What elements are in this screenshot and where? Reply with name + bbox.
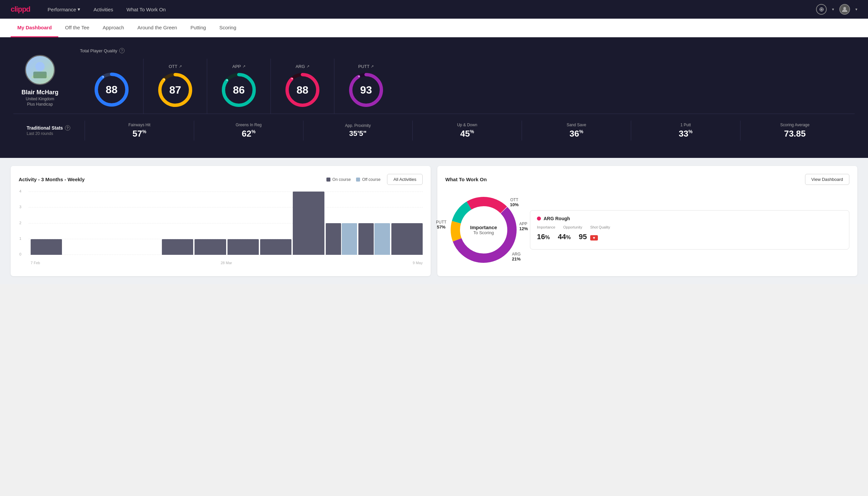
add-button[interactable]: ⊕ [816, 4, 827, 15]
bars-wrap [31, 191, 423, 255]
x-label-mar: 28 Mar [221, 261, 232, 265]
stat-scoring-avg: Scoring Average 73.85 [748, 123, 841, 139]
putt-arrow-icon: ↗ [371, 64, 374, 68]
bar-on-course-9 [326, 223, 341, 255]
shot-quality-value: 95 ▼ [579, 233, 598, 241]
bar-empty-on-3 [129, 254, 160, 255]
scores-section: Total Player Quality ? 88 [80, 48, 855, 113]
bar-empty-on-2 [96, 254, 128, 255]
bar-group-4 [162, 239, 193, 255]
stats-divider-2 [194, 121, 194, 141]
tab-around-the-green[interactable]: Around the Green [130, 19, 184, 37]
donut-total: 88 [93, 71, 130, 108]
arg-rough-dot [537, 217, 541, 220]
bar-on-course-7 [260, 239, 291, 255]
stats-help-icon[interactable]: ? [65, 125, 70, 130]
score-total-value: 88 [106, 83, 117, 96]
all-activities-button[interactable]: All Activities [387, 174, 423, 185]
svg-point-1 [35, 62, 45, 71]
bar-on-course-6 [227, 239, 259, 255]
score-card-app: APP ↗ 86 [207, 59, 271, 113]
tab-putting[interactable]: Putting [184, 19, 213, 37]
bar-group-0 [31, 239, 62, 255]
score-card-ott: OTT ↗ 87 [144, 59, 207, 113]
wtwo-panel-header: What To Work On View Dashboard [445, 174, 849, 185]
seg-app: APP 12% [519, 221, 528, 231]
stats-divider-7 [740, 121, 740, 141]
bar-on-course-0 [31, 239, 62, 255]
stats-divider-4 [412, 121, 413, 141]
bar-on-course-4 [162, 239, 193, 255]
on-course-dot [327, 177, 330, 182]
tab-approach[interactable]: Approach [96, 19, 130, 37]
score-card-putt: PUTT ↗ 93 [334, 59, 398, 113]
wtwo-title: What To Work On [445, 176, 487, 182]
top-navigation: clippd Performance ▾ Activities What To … [0, 0, 868, 19]
player-info: Blair McHarg United Kingdom Plus Handica… [13, 55, 67, 107]
stat-sand-save: Sand Save 36% [530, 123, 623, 139]
importance-value: 16% [537, 233, 550, 241]
arg-rough-info-card: ARG Rough Importance Opportunity Shot Qu… [530, 210, 849, 249]
score-arg-value: 88 [297, 84, 309, 96]
seg-putt: PUTT 57% [436, 220, 446, 230]
importance-value-col: 16% [537, 233, 550, 241]
legend-on-course: On course [327, 177, 351, 182]
bar-group-10 [358, 223, 390, 255]
tab-scoring[interactable]: Scoring [212, 19, 243, 37]
bar-on-course-8 [293, 191, 324, 255]
nav-right-actions: ⊕ ▾ ▾ [816, 4, 857, 15]
bar-group-9 [326, 223, 357, 255]
activity-panel-title: Activity - 3 Months - Weekly [19, 176, 84, 182]
nav-what-to-work-on[interactable]: What To Work On [125, 7, 167, 12]
stats-subtitle: Last 20 rounds [27, 131, 77, 136]
arg-arrow-icon: ↗ [306, 64, 310, 68]
info-card-values-row: 16% 44% 95 ▼ [537, 233, 842, 241]
importance-donut: Importance To Scoring OTT 10% APP 12% AR… [445, 191, 522, 268]
bar-off-course-10 [374, 223, 390, 255]
stats-bar: Traditional Stats ? Last 20 rounds Fairw… [13, 113, 855, 147]
nav-activities[interactable]: Activities [92, 7, 114, 12]
logo: clippd [11, 5, 30, 14]
x-label-may: 9 May [413, 261, 423, 265]
stat-fairways-hit: Fairways Hit 57% [93, 123, 186, 139]
quality-label: Total Player Quality ? [80, 48, 855, 53]
bar-off-course-9 [342, 223, 357, 255]
score-putt-value: 93 [360, 84, 372, 96]
donut-app: 86 [221, 72, 257, 108]
stats-label-group: Traditional Stats ? Last 20 rounds [27, 125, 77, 136]
bar-group-11 [391, 223, 423, 255]
arg-rough-title: ARG Rough [543, 216, 570, 221]
player-name: Blair McHarg [21, 89, 58, 96]
wtwo-content: Importance To Scoring OTT 10% APP 12% AR… [445, 191, 849, 268]
opportunity-value-col: 44% [558, 233, 571, 241]
score-cards: 88 OTT ↗ 87 [80, 59, 855, 113]
tab-my-dashboard[interactable]: My Dashboard [11, 19, 58, 37]
bar-group-2 [96, 254, 128, 255]
stats-divider-6 [631, 121, 631, 141]
bar-on-course-10 [358, 223, 374, 255]
stats-divider-5 [522, 121, 522, 141]
x-labels: 7 Feb 28 Mar 9 May [31, 261, 423, 265]
bar-group-5 [194, 239, 226, 255]
view-dashboard-button[interactable]: View Dashboard [805, 174, 849, 185]
seg-arg: ARG 21% [512, 252, 521, 262]
score-card-total: 88 [80, 59, 144, 113]
hero-section: Blair McHarg United Kingdom Plus Handica… [0, 37, 868, 158]
chevron-down-icon: ▾ [78, 6, 80, 12]
quality-help-icon[interactable]: ? [119, 48, 125, 53]
player-handicap: Plus Handicap [27, 102, 53, 107]
bar-empty-on-1 [63, 254, 95, 255]
svg-point-0 [843, 7, 846, 10]
stat-greens-in-reg: Greens In Reg 62% [202, 123, 295, 139]
what-to-work-on-panel: What To Work On View Dashboard Impo [437, 166, 857, 276]
tab-off-the-tee[interactable]: Off the Tee [58, 19, 96, 37]
app-arrow-icon: ↗ [242, 64, 246, 68]
importance-col: Importance [537, 225, 555, 230]
stat-up-down: Up & Down 45% [421, 123, 514, 139]
bar-on-course-11 [391, 223, 423, 255]
user-avatar[interactable] [839, 4, 850, 15]
bar-group-8 [293, 191, 324, 255]
nav-performance[interactable]: Performance ▾ [46, 6, 82, 12]
opportunity-value: 44% [558, 233, 571, 241]
chart-legend: On course Off course [327, 177, 381, 182]
